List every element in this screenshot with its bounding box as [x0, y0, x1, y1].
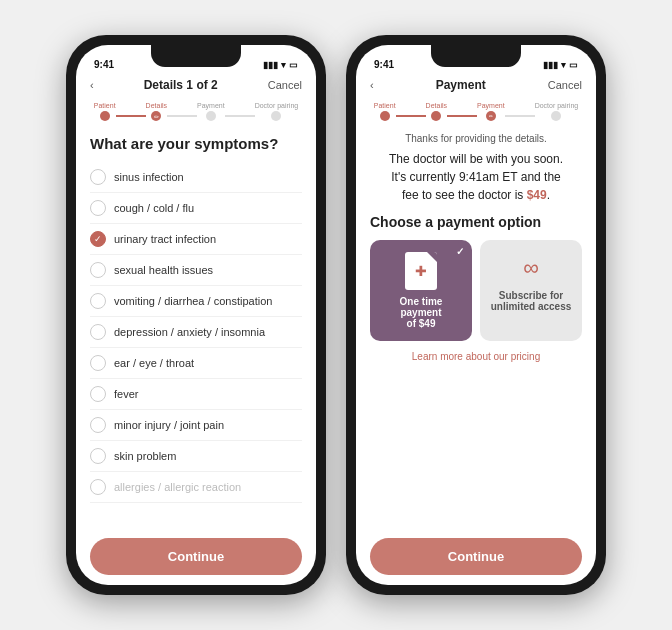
step-line-1b: [167, 115, 197, 117]
radio-uti[interactable]: ✓: [90, 231, 106, 247]
payment-title: Choose a payment option: [370, 214, 582, 230]
list-item[interactable]: sexual health issues: [90, 255, 302, 286]
check-icon-uti: ✓: [94, 234, 102, 244]
list-item[interactable]: allergies / allergic reaction: [90, 472, 302, 503]
wifi-icon-1: ▾: [281, 60, 286, 70]
list-item[interactable]: vomiting / diarrhea / constipation: [90, 286, 302, 317]
continue-button-1[interactable]: Continue: [90, 538, 302, 575]
infinity-symbol: ∞: [523, 255, 539, 281]
status-icons-1: ▮▮▮ ▾ ▭: [263, 60, 298, 70]
symptom-label-injury: minor injury / joint pain: [114, 419, 224, 431]
notch-2: [431, 45, 521, 67]
step-line-1c: [225, 115, 255, 117]
symptoms-title: What are your symptoms?: [90, 135, 302, 152]
list-item[interactable]: ✓ urinary tract infection: [90, 224, 302, 255]
step-details-1: Details ✏: [146, 102, 167, 121]
radio-injury[interactable]: [90, 417, 106, 433]
radio-fever[interactable]: [90, 386, 106, 402]
symptom-label-allergy: allergies / allergic reaction: [114, 481, 241, 493]
status-icons-2: ▮▮▮ ▾ ▭: [543, 60, 578, 70]
radio-vomiting[interactable]: [90, 293, 106, 309]
list-item[interactable]: depression / anxiety / insomnia: [90, 317, 302, 348]
doctor-text-2: It's currently 9:41am ET and the: [391, 170, 561, 184]
receipt-icon: ✚: [405, 252, 437, 290]
infinity-icon: ∞: [515, 252, 547, 284]
price-text: $49: [527, 188, 547, 202]
symptom-list: sinus infection cough / cold / flu ✓ uri…: [90, 162, 302, 503]
step-line-2a: [396, 115, 426, 117]
status-time-2: 9:41: [374, 59, 394, 70]
progress-bar-1: Patient Details ✏ Payment Doctor pairing: [76, 98, 316, 127]
step-line-2b: [447, 115, 477, 117]
symptom-label-sinus: sinus infection: [114, 171, 184, 183]
step-patient-2: Patient: [374, 102, 396, 121]
radio-ear[interactable]: [90, 355, 106, 371]
learn-more-link[interactable]: Learn more about our pricing: [370, 351, 582, 362]
list-item[interactable]: minor injury / joint pain: [90, 410, 302, 441]
back-button-1[interactable]: ‹: [90, 79, 94, 91]
radio-allergy[interactable]: [90, 479, 106, 495]
step-payment-2: Payment ✏: [477, 102, 505, 121]
symptom-label-skin: skin problem: [114, 450, 176, 462]
payment-option-subscribe[interactable]: ∞ Subscribe forunlimited access: [480, 240, 582, 341]
onetime-label: One time paymentof $49: [378, 296, 464, 329]
symptom-label-vomiting: vomiting / diarrhea / constipation: [114, 295, 272, 307]
doctor-text-dot: .: [547, 188, 550, 202]
step-payment-1: Payment: [197, 102, 225, 121]
continue-button-2[interactable]: Continue: [370, 538, 582, 575]
symptom-label-depression: depression / anxiety / insomnia: [114, 326, 265, 338]
doctor-info-text: The doctor will be with you soon. It's c…: [370, 150, 582, 204]
step-line-2c: [505, 115, 535, 117]
cancel-button-2[interactable]: Cancel: [548, 79, 582, 91]
nav-title-1: Details 1 of 2: [144, 78, 218, 92]
signal-icon-1: ▮▮▮: [263, 60, 278, 70]
symptoms-content: What are your symptoms? sinus infection …: [76, 127, 316, 532]
list-item[interactable]: ear / eye / throat: [90, 348, 302, 379]
list-item[interactable]: fever: [90, 379, 302, 410]
step-dot-doctor-2: [551, 111, 561, 121]
phone-details: 9:41 ▮▮▮ ▾ ▭ ‹ Details 1 of 2 Cancel Pat…: [66, 35, 326, 595]
thanks-text: Thanks for providing the details.: [370, 133, 582, 144]
doctor-text-3: fee to see the doctor is: [402, 188, 527, 202]
step-patient-1: Patient: [94, 102, 116, 121]
list-item[interactable]: sinus infection: [90, 162, 302, 193]
payment-option-onetime[interactable]: ✓ ✚ One time paymentof $49: [370, 240, 472, 341]
battery-icon-1: ▭: [289, 60, 298, 70]
payment-content: Thanks for providing the details. The do…: [356, 127, 596, 532]
phone-payment: 9:41 ▮▮▮ ▾ ▭ ‹ Payment Cancel Patient: [346, 35, 606, 595]
symptom-label-uti: urinary tract infection: [114, 233, 216, 245]
status-time-1: 9:41: [94, 59, 114, 70]
nav-bar-1: ‹ Details 1 of 2 Cancel: [76, 74, 316, 98]
symptom-label-sexual: sexual health issues: [114, 264, 213, 276]
doctor-text-1: The doctor will be with you soon.: [389, 152, 563, 166]
step-dot-payment-2: ✏: [486, 111, 496, 121]
symptom-label-ear: ear / eye / throat: [114, 357, 194, 369]
step-doctor-2: Doctor pairing: [535, 102, 579, 121]
step-doctor-1: Doctor pairing: [255, 102, 299, 121]
back-button-2[interactable]: ‹: [370, 79, 374, 91]
radio-depression[interactable]: [90, 324, 106, 340]
radio-sinus[interactable]: [90, 169, 106, 185]
symptom-label-fever: fever: [114, 388, 138, 400]
step-dot-patient-1: [100, 111, 110, 121]
nav-title-2: Payment: [436, 78, 486, 92]
payment-options: ✓ ✚ One time paymentof $49: [370, 240, 582, 341]
step-details-2: Details: [426, 102, 447, 121]
radio-cough[interactable]: [90, 200, 106, 216]
selected-check-icon: ✓: [456, 246, 464, 257]
notch: [151, 45, 241, 67]
radio-sexual[interactable]: [90, 262, 106, 278]
step-dot-payment-1: [206, 111, 216, 121]
cancel-button-1[interactable]: Cancel: [268, 79, 302, 91]
receipt-plus-icon: ✚: [415, 263, 427, 279]
progress-bar-2: Patient Details Payment ✏ Doctor pairing: [356, 98, 596, 127]
step-line-1a: [116, 115, 146, 117]
step-dot-details-1: ✏: [151, 111, 161, 121]
battery-icon-2: ▭: [569, 60, 578, 70]
symptom-label-cough: cough / cold / flu: [114, 202, 194, 214]
nav-bar-2: ‹ Payment Cancel: [356, 74, 596, 98]
subscribe-label: Subscribe forunlimited access: [491, 290, 572, 312]
list-item[interactable]: cough / cold / flu: [90, 193, 302, 224]
list-item[interactable]: skin problem: [90, 441, 302, 472]
radio-skin[interactable]: [90, 448, 106, 464]
